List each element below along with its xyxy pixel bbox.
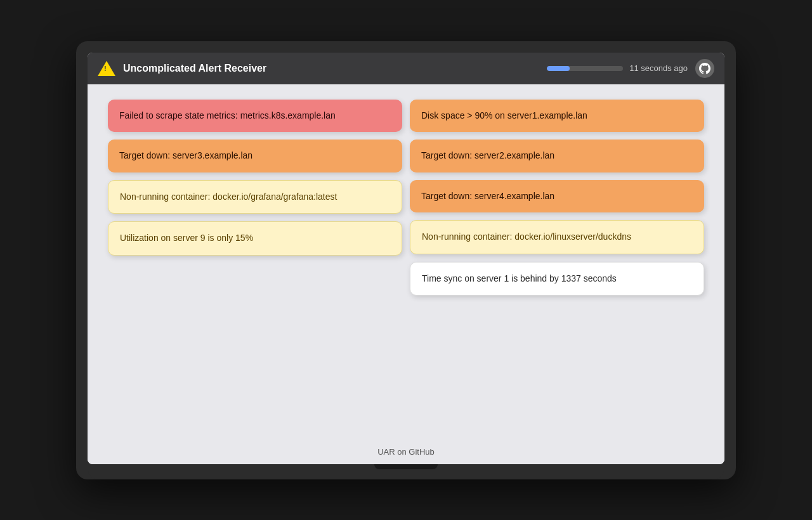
alert-card[interactable]: Target down: server2.example.lan: [410, 140, 704, 172]
alert-card[interactable]: Target down: server3.example.lan: [108, 140, 402, 172]
alert-text: Failed to scrape state metrics: metrics.…: [119, 110, 336, 120]
alert-card[interactable]: Time sync on server 1 is behind by 1337 …: [410, 262, 704, 296]
laptop-notch: [374, 464, 438, 469]
alert-text: Non-running container: docker.io/linuxse…: [422, 231, 631, 242]
github-link[interactable]: UAR on GitHub: [377, 447, 435, 457]
main-content: Failed to scrape state metrics: metrics.…: [88, 84, 724, 439]
alert-text: Non-running container: docker.io/grafana…: [120, 192, 337, 202]
alert-text: Target down: server2.example.lan: [421, 150, 554, 160]
alert-card[interactable]: Utilization on server 9 is only 15%: [108, 221, 402, 256]
alert-text: Disk space > 90% on server1.example.lan: [421, 110, 587, 120]
progress-area: 11 seconds ago: [547, 63, 688, 73]
laptop-frame: Uncomplicated Alert Receiver 11 seconds …: [76, 41, 736, 479]
alert-text: Target down: server3.example.lan: [119, 150, 252, 160]
alerts-right-column: Disk space > 90% on server1.example.lan …: [410, 100, 704, 296]
last-updated-time: 11 seconds ago: [629, 63, 688, 73]
alert-card[interactable]: Target down: server4.example.lan: [410, 180, 704, 213]
alert-text: Utilization on server 9 is only 15%: [120, 233, 253, 243]
alerts-left-column: Failed to scrape state metrics: metrics.…: [108, 100, 402, 256]
laptop-screen: Uncomplicated Alert Receiver 11 seconds …: [88, 53, 724, 464]
alert-card[interactable]: Disk space > 90% on server1.example.lan: [410, 100, 704, 133]
warning-triangle-icon: [98, 61, 115, 76]
progress-bar-container: [547, 66, 623, 71]
github-icon[interactable]: [695, 59, 714, 78]
progress-bar-fill: [547, 66, 570, 71]
alert-text: Target down: server4.example.lan: [421, 191, 554, 201]
alert-card[interactable]: Non-running container: docker.io/linuxse…: [410, 220, 704, 254]
alert-card[interactable]: Non-running container: docker.io/grafana…: [108, 180, 402, 214]
laptop-bottom: [88, 464, 724, 479]
app-footer: UAR on GitHub: [88, 439, 724, 464]
alerts-grid: Failed to scrape state metrics: metrics.…: [108, 100, 704, 296]
app-header: Uncomplicated Alert Receiver 11 seconds …: [88, 53, 724, 84]
app-title: Uncomplicated Alert Receiver: [123, 63, 539, 74]
alert-card[interactable]: Failed to scrape state metrics: metrics.…: [108, 100, 402, 133]
alert-text: Time sync on server 1 is behind by 1337 …: [422, 273, 617, 283]
